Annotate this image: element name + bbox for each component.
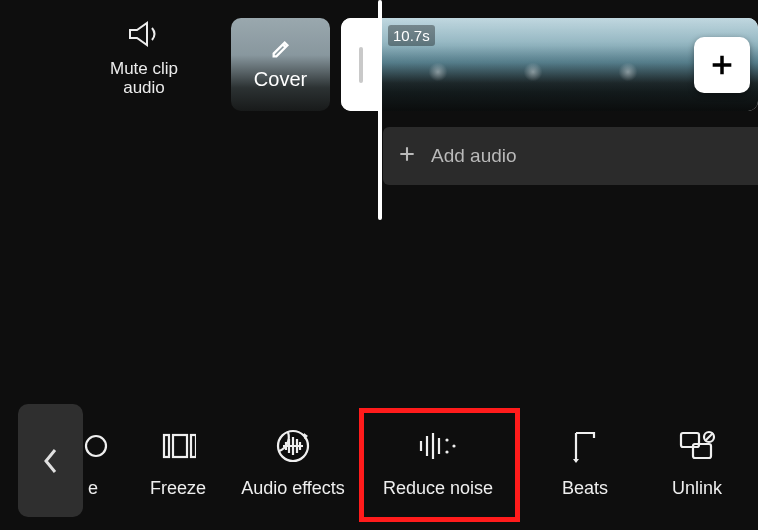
- timeline-area: Mute clip audio Cover 10.7s: [0, 0, 758, 225]
- svg-rect-2: [173, 435, 187, 457]
- tool-audio-effects-label: Audio effects: [241, 478, 345, 499]
- add-clip-button[interactable]: [694, 37, 750, 93]
- tool-freeze-label: Freeze: [150, 478, 206, 499]
- mute-clip-audio-label: Mute clip audio: [110, 60, 178, 97]
- clip-trim-handle-left[interactable]: [341, 18, 381, 111]
- cover-button[interactable]: Cover: [231, 18, 330, 111]
- back-button[interactable]: [18, 404, 83, 517]
- tool-reduce-noise-label: Reduce noise: [383, 478, 493, 499]
- tool-item-reduce-noise[interactable]: Reduce noise: [373, 412, 503, 512]
- svg-point-12: [452, 444, 455, 447]
- tool-item-beats[interactable]: Beats: [540, 412, 630, 512]
- add-audio-track[interactable]: Add audio: [383, 127, 758, 185]
- tool-partial-label: e: [88, 478, 98, 499]
- svg-rect-3: [191, 435, 196, 457]
- clip-thumbnails[interactable]: 10.7s: [381, 18, 758, 111]
- audio-effects-icon: [274, 426, 312, 466]
- tool-unlink-label: Unlink: [672, 478, 722, 499]
- tool-beats-label: Beats: [562, 478, 608, 499]
- speaker-icon: [127, 20, 161, 52]
- bottom-toolbar: e Freeze Audio effects: [0, 407, 758, 517]
- svg-point-10: [445, 438, 448, 441]
- tool-item-audio-effects[interactable]: Audio effects: [228, 412, 358, 512]
- tool-item-freeze[interactable]: Freeze: [128, 412, 228, 512]
- playhead[interactable]: [378, 0, 382, 220]
- tool-item-unlink[interactable]: Unlink: [652, 412, 742, 512]
- svg-point-0: [86, 436, 106, 456]
- clip-duration-badge: 10.7s: [388, 25, 435, 46]
- add-audio-label: Add audio: [431, 145, 517, 167]
- reduce-noise-icon: [416, 426, 460, 466]
- svg-point-11: [445, 450, 448, 453]
- freeze-icon: [160, 426, 196, 466]
- beats-icon: [570, 426, 600, 466]
- plus-icon: [397, 144, 417, 168]
- mute-clip-audio-button[interactable]: Mute clip audio: [110, 20, 178, 97]
- clip-thumbnail: [571, 18, 666, 111]
- cover-label: Cover: [254, 68, 307, 91]
- video-clip-track[interactable]: 10.7s: [341, 18, 758, 111]
- pencil-icon: [270, 38, 292, 64]
- svg-marker-14: [573, 459, 579, 463]
- clip-thumbnail: [476, 18, 571, 111]
- svg-rect-1: [164, 435, 169, 457]
- unlink-icon: [678, 426, 716, 466]
